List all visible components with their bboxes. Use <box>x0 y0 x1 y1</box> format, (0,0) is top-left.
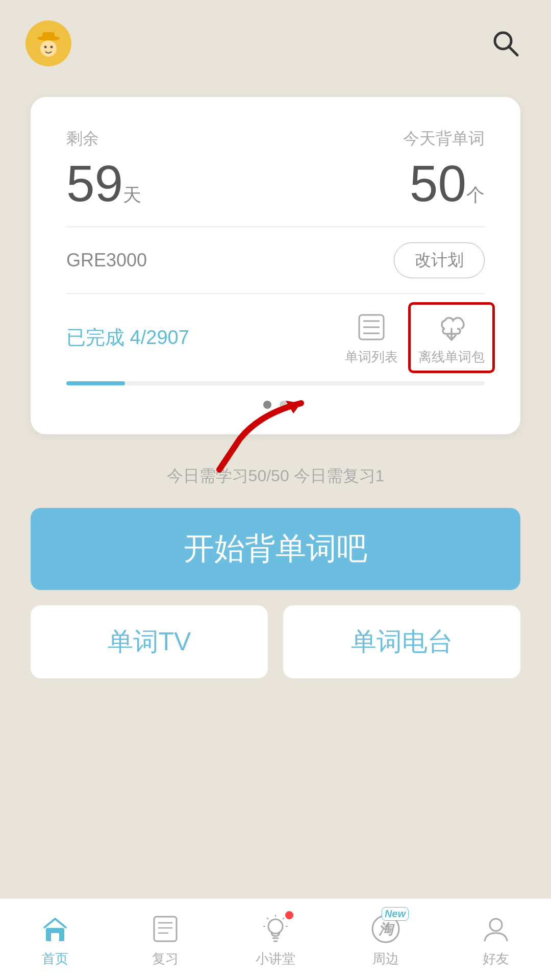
remaining-unit: 天 <box>123 184 141 205</box>
remaining-value: 59 <box>66 155 123 212</box>
progress-prefix: 已完成 <box>66 327 124 348</box>
word-list-icon-wrapper <box>354 309 389 345</box>
svg-point-30 <box>490 919 502 931</box>
word-list-button[interactable]: 单词列表 <box>345 309 398 366</box>
nav-label-friends: 好友 <box>483 950 509 968</box>
study-card: 剩余 59天 今天背单词 50个 GRE3000 改计划 已完成 4/2907 <box>31 97 520 434</box>
cloud-download-icon <box>434 309 469 345</box>
today-value-row: 50个 <box>410 155 485 211</box>
today-value: 50 <box>410 155 466 212</box>
change-plan-button[interactable]: 改计划 <box>394 242 485 278</box>
progress-bar <box>66 381 485 385</box>
home-icon <box>37 911 73 947</box>
secondary-buttons: 单词TV 单词电台 <box>31 605 520 678</box>
shop-icon: 淘 New <box>368 911 404 947</box>
svg-line-26 <box>267 918 268 919</box>
divider-1 <box>66 227 485 227</box>
svg-text:淘: 淘 <box>379 921 395 937</box>
progress-row: 已完成 4/2907 单词列表 <box>66 309 485 366</box>
book-row: GRE3000 改计划 <box>66 242 485 278</box>
svg-rect-16 <box>154 917 177 941</box>
lecture-badge <box>285 911 293 919</box>
review-icon <box>147 911 183 947</box>
progress-current: 4 <box>130 327 141 348</box>
shop-new-badge: New <box>382 907 409 921</box>
nav-item-lecture[interactable]: 小讲堂 <box>220 911 331 968</box>
svg-point-5 <box>51 46 53 48</box>
svg-point-4 <box>44 46 47 48</box>
word-tv-button[interactable]: 单词TV <box>31 605 268 678</box>
divider-2 <box>66 293 485 294</box>
info-text: 今日需学习50/50 今日需复习1 <box>0 465 551 487</box>
bottom-nav: 首页 复习 <box>0 898 551 980</box>
avatar[interactable] <box>26 20 71 66</box>
nav-item-home[interactable]: 首页 <box>0 911 110 968</box>
start-study-button[interactable]: 开始背单词吧 <box>31 508 520 590</box>
svg-line-24 <box>283 918 284 919</box>
remaining-value-row: 59天 <box>66 155 141 211</box>
progress-total: /2907 <box>141 327 189 348</box>
nav-label-home: 首页 <box>42 950 68 968</box>
today-unit: 个 <box>466 184 485 205</box>
list-icon <box>356 312 387 342</box>
today-label: 今天背单词 <box>403 128 485 150</box>
search-icon <box>490 28 520 58</box>
progress-bar-fill <box>66 381 125 385</box>
dots-indicator <box>66 401 485 409</box>
svg-point-20 <box>268 919 283 934</box>
friends-icon <box>478 911 514 947</box>
card-actions: 单词列表 离线单词包 <box>345 309 485 366</box>
svg-rect-2 <box>42 32 55 39</box>
word-radio-button[interactable]: 单词电台 <box>283 605 520 678</box>
offline-pack-button[interactable]: 离线单词包 <box>418 309 485 366</box>
word-list-label: 单词列表 <box>345 348 398 366</box>
stats-row: 剩余 59天 今天背单词 50个 <box>66 128 485 211</box>
search-button[interactable] <box>485 22 525 65</box>
offline-pack-icon-wrapper <box>434 309 469 345</box>
remaining-stat: 剩余 59天 <box>66 128 141 211</box>
offline-pack-label: 离线单词包 <box>418 348 485 366</box>
dot-2 <box>280 401 288 409</box>
nav-item-shop[interactable]: 淘 New 周边 <box>331 911 441 968</box>
dot-1 <box>263 401 271 409</box>
remaining-label: 剩余 <box>66 128 99 150</box>
svg-point-3 <box>40 40 57 57</box>
nav-label-lecture: 小讲堂 <box>256 950 295 968</box>
nav-label-review: 复习 <box>152 950 179 968</box>
today-stat: 今天背单词 50个 <box>403 128 485 211</box>
header <box>0 0 551 77</box>
book-name: GRE3000 <box>66 250 147 271</box>
avatar-icon <box>28 23 69 64</box>
nav-item-review[interactable]: 复习 <box>110 911 220 968</box>
nav-item-friends[interactable]: 好友 <box>441 911 551 968</box>
lecture-icon <box>258 911 293 947</box>
svg-rect-15 <box>51 933 59 941</box>
progress-text: 已完成 4/2907 <box>66 325 189 351</box>
svg-line-7 <box>509 46 517 55</box>
nav-label-shop: 周边 <box>372 950 399 968</box>
